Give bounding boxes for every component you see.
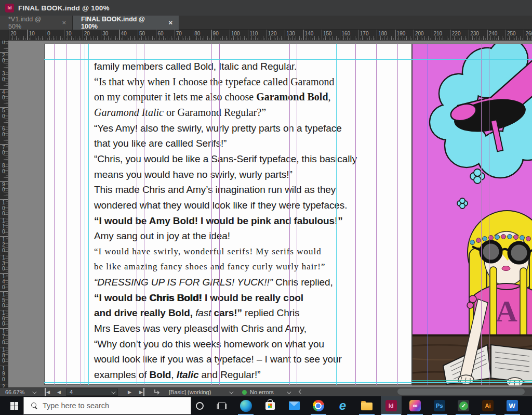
tab-label: FINAL BOOK.indd @ 100% (81, 16, 162, 30)
previous-page-button[interactable]: ◀ (57, 388, 61, 396)
chrome-taskbar-button[interactable] (308, 396, 329, 415)
ruler-label: 20 (10, 31, 16, 36)
page-dropdown-icon[interactable] (111, 390, 115, 394)
cortana-button[interactable] (193, 396, 206, 415)
explorer-icon (361, 403, 373, 410)
text-line: “I would be Chris Bold! I would be reall… (94, 290, 303, 306)
text-line: “I would be Amy Bold! I would be pink an… (94, 213, 343, 229)
page-number-field[interactable]: 4 (66, 388, 118, 396)
ruler-label: 30 (102, 31, 108, 36)
ruler-label: 5 0 (2, 108, 6, 119)
last-page-button[interactable]: ▶ (139, 388, 144, 396)
ruler-tick (487, 30, 488, 40)
horizontal-scrollbar-thumb[interactable] (397, 388, 525, 395)
guide-vertical (219, 44, 220, 385)
ruler-label: 4 0 (2, 90, 6, 101)
ruler-tick (358, 30, 359, 40)
guide-vertical (137, 44, 137, 385)
ruler-label: 110 (249, 31, 258, 36)
text-segment: Chris Bold! (149, 292, 202, 303)
ruler-label: 1 5 0 (2, 292, 6, 309)
guide-vertical (336, 44, 337, 385)
preflight-dropdown-icon[interactable] (229, 388, 232, 396)
text-segment: wondered what they would look like if th… (94, 200, 347, 211)
text-line: “I would have swirly, wonderful serifs! … (94, 244, 322, 260)
ruler-label: 1 3 0 (2, 255, 6, 272)
text-segment: be like amazing fancy shoes and fancy cu… (94, 262, 325, 271)
guide-vertical (88, 44, 89, 385)
errors-dropdown-icon[interactable] (287, 388, 290, 396)
close-icon[interactable]: × (56, 19, 66, 27)
text-segment: family members called Bold, Italic and R… (94, 61, 297, 72)
ruler-tick (450, 30, 451, 40)
text-segment: examples of (94, 369, 150, 380)
story-text-frame[interactable]: family members called Bold, Italic and R… (94, 41, 364, 387)
ruler-label: 180 (378, 31, 387, 36)
page-number-value: 4 (70, 389, 73, 395)
tab-v1[interactable]: *V1.indd @ 50% × (0, 16, 73, 30)
vertical-ruler[interactable]: 1 02 03 04 05 06 07 08 09 01 0 01 1 01 2… (0, 41, 8, 387)
horizontal-ruler[interactable]: 2010010203040506070809010011012013014015… (8, 30, 532, 41)
ruler-tick (138, 30, 138, 40)
green-check-icon: ✓ (458, 400, 469, 411)
explorer-taskbar-button[interactable] (356, 396, 377, 415)
text-segment: Italic (177, 369, 199, 380)
mail-icon (289, 401, 300, 410)
tab-final-book[interactable]: FINAL BOOK.indd @ 100% × (73, 16, 179, 30)
text-line: means you would have no swirly, wurly pa… (94, 167, 292, 183)
text-segment: Garamond Italic (94, 107, 164, 118)
ruler-label: 7 0 (2, 145, 6, 156)
close-icon[interactable]: × (162, 19, 172, 27)
ruler-label: 1 7 0 (2, 329, 6, 346)
text-segment: “I would have swirly, wonderful serifs! … (94, 247, 322, 256)
text-segment: means you would have no swirly, wurly pa… (94, 169, 292, 180)
task-view-button[interactable] (215, 396, 229, 415)
text-segment: , (171, 369, 176, 380)
indesign-taskbar-button[interactable]: Id (381, 396, 402, 415)
text-line: “Chris, you would be like a Sans-Serif t… (94, 151, 357, 167)
text-line: Mrs Eaves was very pleased with Chris an… (94, 321, 307, 336)
start-button[interactable] (5, 396, 23, 415)
text-segment: “Yes Amy! also the swirly, wurly pretty … (94, 123, 342, 134)
scroll-left-icon[interactable] (299, 387, 302, 395)
first-page-button[interactable]: ◀ (45, 388, 50, 396)
ruler-tick (322, 30, 322, 40)
text-segment: fast (195, 307, 211, 318)
chrome-icon (313, 400, 324, 411)
ruler-label: 1 4 0 (2, 274, 6, 291)
ie-icon: e (339, 400, 346, 411)
shirt-letter: A (496, 294, 517, 328)
text-segment: and Regular!” (198, 369, 260, 380)
guide-vertical (289, 44, 290, 385)
lips (502, 266, 510, 271)
taskbar-search-input[interactable]: Type here to search (23, 397, 191, 414)
next-page-button[interactable]: ▶ (128, 388, 131, 396)
word-taskbar-button[interactable]: W (502, 396, 523, 415)
ruler-label: 20 (84, 31, 90, 36)
store-taskbar-button[interactable] (260, 396, 281, 415)
zoom-level[interactable]: 66.67% (5, 388, 24, 396)
edge-icon (240, 400, 252, 412)
preflight-profile[interactable]: [Basic] (working) (169, 388, 211, 396)
preflight-status[interactable]: No errors (242, 388, 274, 396)
ruler-label: 160 (341, 31, 350, 36)
photoshop-taskbar-button[interactable]: Ps (429, 396, 450, 415)
ruler-tick (248, 30, 248, 40)
ruler-label: 90 (213, 31, 219, 36)
creative-cloud-taskbar-button[interactable]: ∞ (405, 396, 425, 415)
mail-taskbar-button[interactable] (284, 396, 304, 415)
document-page-illustration: A (412, 44, 532, 385)
text-line: that you like are callled Serifs!” (94, 136, 227, 151)
text-line: Amy sang out in joy at the idea! (94, 228, 230, 244)
ruler-label: 240 (489, 31, 498, 36)
text-line: would look like if you was a typeface! –… (94, 352, 342, 367)
zoom-dropdown-icon[interactable] (32, 388, 35, 396)
green-check-taskbar-button[interactable]: ✓ (453, 396, 474, 415)
ruler-tick (64, 30, 64, 40)
edge-taskbar-button[interactable] (235, 396, 256, 415)
ie-taskbar-button[interactable]: e (332, 396, 353, 415)
ruler-tick (9, 30, 9, 40)
text-segment: Mrs Eaves was very pleased with Chris an… (94, 323, 307, 334)
document-viewport[interactable]: A (8, 41, 532, 387)
illustrator-taskbar-button[interactable]: Ai (477, 396, 498, 415)
